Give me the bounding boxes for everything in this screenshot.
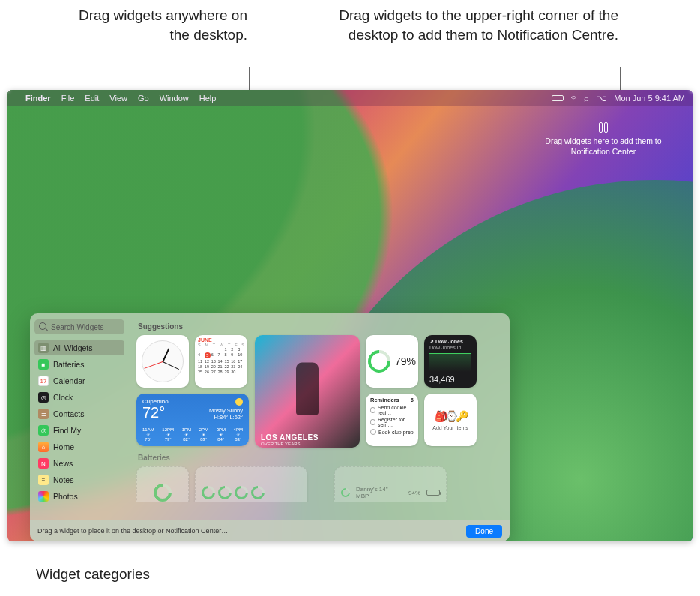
- widget-sidebar: ▥ All Widgets ■ Batteries 17 Calendar ◷ …: [30, 313, 129, 520]
- battery-percent: 79%: [395, 355, 416, 367]
- section-header-batteries: Batteries: [138, 454, 502, 462]
- widget-calendar[interactable]: June SMTWTFS 123456789101112131415161718…: [195, 335, 247, 388]
- widget-reminders[interactable]: Reminders 6 Send cookie reci… Register f…: [366, 394, 418, 446]
- sidebar-item-label: All Widgets: [53, 343, 93, 352]
- stocks-value: 34,469: [429, 375, 471, 384]
- news-app-icon: N: [38, 458, 49, 469]
- battery-ring-icon: [340, 487, 352, 499]
- widget-weather[interactable]: Cupertino 72° Mostly Sunny H:84° L:62° 1…: [136, 394, 249, 446]
- search-icon: [39, 322, 46, 330]
- notification-center-drop-target[interactable]: Drag widgets here to add them to Notific…: [525, 121, 682, 157]
- grid-icon: ▥: [38, 343, 49, 353]
- photo-subject: [296, 363, 319, 415]
- widget-stocks[interactable]: ↗ Dow Jones Dow Jones In… 34,469: [424, 335, 477, 388]
- callout-drag-nc: Drag widgets to the upper-right corner o…: [292, 6, 618, 44]
- clock-app-icon: ◷: [38, 392, 49, 403]
- widget-battery-multi[interactable]: [195, 466, 307, 502]
- widget-gallery-footer: Drag a widget to place it on the desktop…: [30, 520, 510, 541]
- notes-app-icon: ≡: [38, 475, 49, 485]
- search-input[interactable]: [34, 319, 124, 334]
- sidebar-item-label: Photos: [53, 492, 78, 501]
- stocks-sparkline: [429, 353, 471, 372]
- control-center-icon[interactable]: ⌥: [597, 94, 606, 103]
- sidebar-item-home[interactable]: ⌂ Home: [34, 439, 124, 454]
- battery-ring-icon: [366, 346, 395, 377]
- menu-window[interactable]: Window: [160, 94, 189, 103]
- sidebar-item-label: Contacts: [53, 409, 84, 418]
- wifi-status-icon[interactable]: ⌔: [571, 94, 576, 103]
- battery-status-icon[interactable]: [552, 95, 564, 101]
- reminder-item: Register for sem…: [370, 417, 414, 427]
- sidebar-item-notes[interactable]: ≡ Notes: [34, 472, 124, 487]
- reminder-item: Send cookie reci…: [370, 405, 414, 415]
- sidebar-item-label: Find My: [53, 426, 81, 435]
- sidebar-item-label: Notes: [53, 475, 73, 484]
- battery-device-pct: 94%: [408, 490, 420, 496]
- sidebar-item-all-widgets[interactable]: ▥ All Widgets: [34, 340, 124, 355]
- calendar-day-grid: 1234567891011121314151617181920212223242…: [198, 347, 244, 374]
- battery-app-icon: ■: [38, 359, 49, 370]
- menu-app[interactable]: Finder: [25, 94, 51, 103]
- menu-edit[interactable]: Edit: [85, 94, 99, 103]
- sidebar-item-clock[interactable]: ◷ Clock: [34, 390, 124, 405]
- widget-gallery-window: ▥ All Widgets ■ Batteries 17 Calendar ◷ …: [30, 313, 510, 541]
- calendar-month: June: [198, 337, 244, 343]
- stocks-symbol: ↗ Dow Jones: [429, 339, 471, 345]
- sidebar-item-batteries[interactable]: ■ Batteries: [34, 357, 124, 372]
- menubar-clock[interactable]: Mon Jun 5 9:41 AM: [614, 94, 685, 103]
- photos-title: LOS ANGELES: [261, 433, 319, 442]
- widget-battery[interactable]: 79%: [366, 335, 418, 388]
- mac-desktop: Finder File Edit View Go Window Help ⌔ ⌕…: [7, 90, 693, 541]
- sidebar-item-label: Home: [53, 442, 74, 451]
- contacts-app-icon: ☰: [38, 409, 49, 419]
- sidebar-item-news[interactable]: N News: [34, 456, 124, 471]
- sidebar-item-label: Batteries: [53, 360, 84, 369]
- battery-ring-icon: [248, 483, 267, 502]
- menu-go[interactable]: Go: [138, 94, 149, 103]
- reminders-count: 6: [411, 397, 414, 403]
- battery-pill-icon: [426, 490, 440, 496]
- weather-hilo: H:84° L:62°: [209, 414, 243, 421]
- battery-ring-icon: [150, 480, 175, 502]
- sidebar-item-find-my[interactable]: ◎ Find My: [34, 423, 124, 438]
- battery-ring-icon: [232, 483, 250, 502]
- sun-icon: [235, 398, 243, 406]
- sidebar-item-contacts[interactable]: ☰ Contacts: [34, 406, 124, 421]
- menu-help[interactable]: Help: [199, 94, 217, 103]
- stocks-subtitle: Dow Jones In…: [429, 345, 471, 350]
- widget-clock[interactable]: [136, 335, 189, 388]
- footer-hint: Drag a widget to place it on the desktop…: [37, 527, 228, 535]
- sidebar-item-label: Calendar: [53, 376, 85, 385]
- weather-hourly-row: 11AM☀︎75°12PM☀︎79°1PM☀︎82°2PM☀︎83°3PM☀︎8…: [142, 427, 243, 442]
- weather-condition: Mostly Sunny: [209, 407, 243, 414]
- sidebar-item-calendar[interactable]: 17 Calendar: [34, 373, 124, 388]
- findmy-app-icon: ◎: [38, 425, 49, 436]
- widget-battery-device[interactable]: Danny's 14" MBP 94%: [334, 466, 447, 502]
- calendar-app-icon: 17: [38, 376, 49, 386]
- menu-bar: Finder File Edit View Go Window Help ⌔ ⌕…: [7, 90, 693, 106]
- search-field[interactable]: [34, 319, 124, 334]
- sidebar-item-label: Clock: [53, 393, 73, 402]
- reminder-item: Book club prep: [370, 429, 414, 435]
- section-header-suggestions: Suggestions: [138, 322, 502, 331]
- photos-subtitle: OVER THE YEARS: [261, 442, 300, 446]
- menu-file[interactable]: File: [61, 94, 75, 103]
- widget-gallery-content: Suggestions June SMTWTFS: [129, 313, 510, 520]
- widget-find-my-items[interactable]: 🎒⌚️🔑 Add Your Items: [424, 394, 477, 446]
- battery-ring-icon: [199, 483, 217, 502]
- widget-photos-memory[interactable]: LOS ANGELES OVER THE YEARS: [255, 335, 360, 448]
- sidebar-item-label: News: [53, 459, 73, 468]
- nc-drop-label: Drag widgets here to add them to Notific…: [525, 136, 682, 157]
- menu-view[interactable]: View: [109, 94, 127, 103]
- find-my-label: Add Your Items: [432, 425, 468, 430]
- items-illustration-icon: 🎒⌚️🔑: [435, 410, 466, 422]
- clock-face-icon: [142, 340, 184, 382]
- widget-battery-small[interactable]: [136, 466, 189, 502]
- battery-ring-icon: [215, 483, 234, 502]
- spotlight-icon[interactable]: ⌕: [584, 94, 589, 103]
- reminders-title: Reminders: [370, 397, 399, 403]
- widget-stack-icon: [595, 121, 612, 133]
- photos-app-icon: [38, 491, 49, 502]
- done-button[interactable]: Done: [466, 525, 502, 538]
- sidebar-item-photos[interactable]: Photos: [34, 489, 124, 504]
